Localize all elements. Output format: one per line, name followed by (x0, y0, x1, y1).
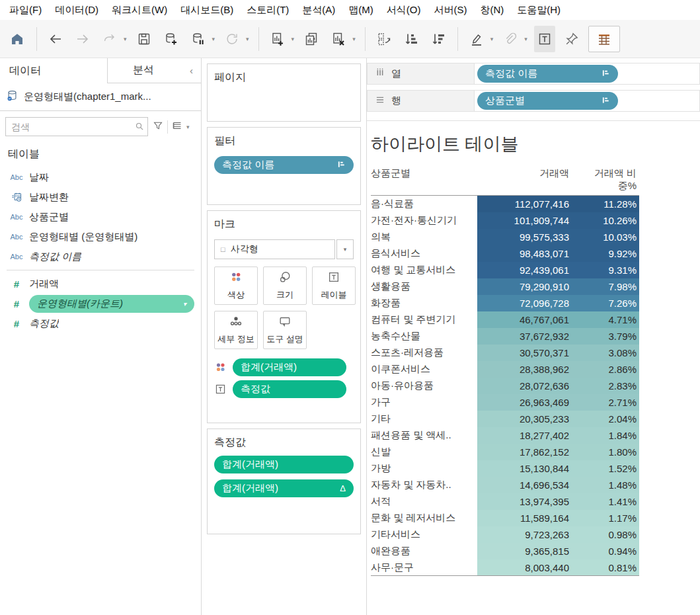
value-cell[interactable]: 9,723,263 (477, 526, 576, 543)
filter-funnel-icon[interactable] (153, 120, 163, 134)
value-cell[interactable]: 9,365,815 (477, 543, 576, 559)
value-cell[interactable]: 101,909,744 (477, 212, 576, 229)
menu-item-데이터[interactable]: 데이터(D) (48, 1, 105, 19)
percent-cell[interactable]: 1.52% (576, 460, 639, 477)
fit-button[interactable] (588, 26, 620, 52)
mark-type-dropdown[interactable]: □ 사각형 (214, 239, 335, 259)
view-list-icon[interactable] (172, 120, 182, 134)
shelf-pill[interactable]: 합계(거래액)Δ (214, 479, 354, 497)
tooltip-button[interactable]: 도구 설명 (263, 311, 307, 349)
chevron-down-icon[interactable]: ▾ (212, 36, 215, 42)
redo-button[interactable] (99, 26, 120, 52)
row-label-cell[interactable]: 스포츠·레저용품 (371, 345, 477, 361)
tab-data[interactable]: 데이터 (0, 58, 108, 83)
show-mark-labels-button[interactable] (534, 26, 555, 52)
value-cell[interactable]: 28,388,962 (477, 361, 576, 378)
sort-descending-button[interactable] (428, 26, 449, 52)
menu-item-도움말[interactable]: 도움말(H) (510, 1, 567, 19)
value-cell[interactable]: 72,096,728 (477, 295, 576, 311)
percent-cell[interactable]: 0.98% (576, 526, 639, 543)
percent-cell[interactable]: 4.71% (576, 311, 639, 328)
percent-cell[interactable]: 1.17% (576, 510, 639, 526)
swap-rows-columns-button[interactable] (373, 26, 395, 52)
clear-sheet-button[interactable] (328, 26, 349, 52)
value-cell[interactable]: 13,974,395 (477, 493, 576, 510)
highlight-button[interactable] (466, 26, 487, 52)
row-label-cell[interactable]: 생활용품 (371, 278, 477, 295)
percent-cell[interactable]: 1.48% (576, 477, 639, 493)
menu-item-창[interactable]: 창(N) (473, 1, 510, 19)
row-label-cell[interactable]: 컴퓨터 및 주변기기 (371, 311, 477, 328)
percent-cell[interactable]: 9.92% (576, 245, 639, 262)
back-button[interactable] (45, 26, 66, 52)
percent-cell[interactable]: 7.26% (576, 295, 639, 311)
value-cell[interactable]: 26,963,469 (477, 394, 576, 411)
menu-item-분석[interactable]: 분석(A) (295, 1, 342, 19)
percent-cell[interactable]: 11.28% (576, 196, 639, 212)
field-row[interactable]: #운영형태별(카운트)▾ (5, 294, 196, 313)
search-input[interactable] (5, 117, 148, 136)
mark-type-caret[interactable]: ▾ (336, 239, 354, 259)
row-label-cell[interactable]: 화장품 (371, 295, 477, 311)
percent-cell[interactable]: 0.81% (576, 559, 639, 575)
row-label-cell[interactable]: 음식서비스 (371, 245, 477, 262)
value-cell[interactable]: 98,483,071 (477, 245, 576, 262)
row-label-cell[interactable]: 이쿠폰서비스 (371, 361, 477, 378)
sort-ascending-button[interactable] (401, 26, 422, 52)
percent-cell[interactable]: 3.08% (576, 345, 639, 361)
menu-item-대시보드[interactable]: 대시보드(B) (174, 1, 240, 19)
value-cell[interactable]: 37,672,932 (477, 328, 576, 345)
value-cell[interactable]: 15,130,844 (477, 460, 576, 477)
home-button[interactable] (7, 26, 28, 52)
row-label-cell[interactable]: 가방 (371, 460, 477, 477)
percent-cell[interactable]: 2.71% (576, 394, 639, 411)
shelf-pill[interactable]: 합계(거래액) (233, 358, 346, 376)
field-row[interactable]: Abc측정값 이름 (5, 247, 196, 266)
percent-cell[interactable]: 10.03% (576, 229, 639, 245)
field-row[interactable]: Abc상품군별 (5, 207, 196, 227)
percent-cell[interactable]: 2.83% (576, 378, 639, 394)
save-button[interactable] (134, 26, 155, 52)
field-row[interactable]: #측정값 (5, 313, 196, 333)
value-cell[interactable]: 28,072,636 (477, 378, 576, 394)
percent-cell[interactable]: 3.79% (576, 328, 639, 345)
row-label-cell[interactable]: 아동·유아용품 (371, 378, 477, 394)
value-cell[interactable]: 112,077,416 (477, 196, 576, 212)
column-header[interactable]: 거래액 (477, 167, 576, 192)
row-label-cell[interactable]: 애완용품 (371, 543, 477, 559)
row-label-cell[interactable]: 의복 (371, 229, 477, 245)
field-row[interactable]: Abc운영형태별 (운영형태별) (5, 227, 196, 247)
chevron-down-icon[interactable]: ▾ (246, 36, 249, 42)
chevron-down-icon[interactable]: ▾ (292, 36, 295, 42)
value-cell[interactable]: 8,003,440 (477, 559, 576, 575)
sheet-title[interactable]: 하이라이트 테이블 (371, 132, 700, 156)
field-row[interactable]: #거래액 (5, 274, 196, 294)
percent-cell[interactable]: 7.98% (576, 278, 639, 295)
tab-analytics[interactable]: 분석 (108, 63, 187, 77)
value-cell[interactable]: 18,277,402 (477, 427, 576, 444)
new-data-source-button[interactable] (161, 26, 182, 52)
size-button[interactable]: 크기 (263, 266, 307, 305)
new-worksheet-button[interactable] (267, 26, 288, 52)
percent-cell[interactable]: 1.84% (576, 427, 639, 444)
row-label-cell[interactable]: 기타 (371, 411, 477, 427)
shelf-pill[interactable]: 상품군별 (477, 92, 618, 110)
menu-item-스토리[interactable]: 스토리(T) (240, 1, 295, 19)
label-button[interactable]: 레이블 (312, 266, 356, 305)
row-label-cell[interactable]: 음·식료품 (371, 196, 477, 212)
value-cell[interactable]: 79,290,910 (477, 278, 576, 295)
percent-cell[interactable]: 1.80% (576, 444, 639, 460)
shelf-pill[interactable]: 측정값 이름 (477, 65, 618, 83)
forward-button[interactable] (72, 26, 93, 52)
menu-item-서식[interactable]: 서식(O) (380, 1, 428, 19)
row-label-cell[interactable]: 패션용품 및 액세.. (371, 427, 477, 444)
shelf-pill[interactable]: 합계(거래액) (214, 456, 354, 473)
chevron-down-icon[interactable]: ▾ (124, 36, 127, 42)
value-cell[interactable]: 30,570,371 (477, 345, 576, 361)
row-label-cell[interactable]: 서적 (371, 493, 477, 510)
collapse-pane-icon[interactable]: ‹ (187, 65, 201, 76)
percent-cell[interactable]: 0.94% (576, 543, 639, 559)
percent-cell[interactable]: 10.26% (576, 212, 639, 229)
percent-cell[interactable]: 1.41% (576, 493, 639, 510)
row-label-cell[interactable]: 농축수산물 (371, 328, 477, 345)
